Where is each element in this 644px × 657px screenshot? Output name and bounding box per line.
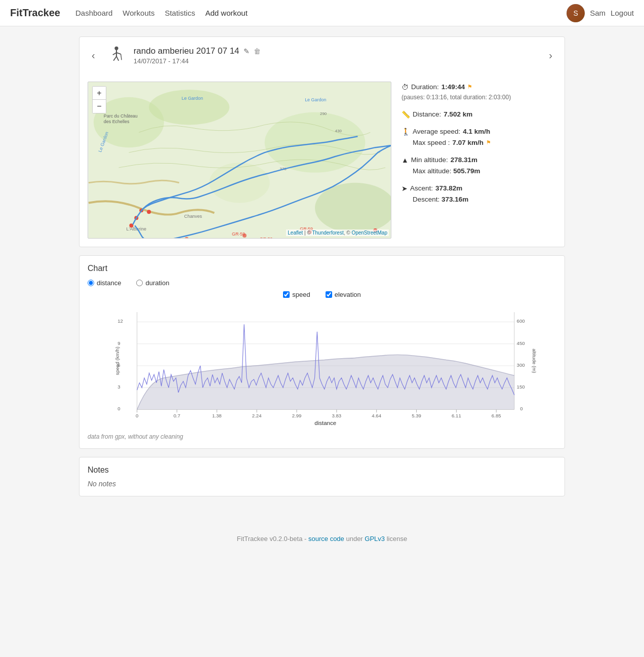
prev-workout-arrow[interactable]: ‹ <box>88 50 99 61</box>
chart-note: data from gpx, without any cleaning <box>88 433 556 440</box>
svg-line-6 <box>120 54 121 60</box>
radio-distance[interactable] <box>88 280 94 286</box>
delete-icon[interactable]: 🗑 <box>254 47 261 55</box>
thunderforest-link[interactable]: Thunderforest <box>312 230 343 236</box>
max-speed-warning-icon: ⚑ <box>486 138 491 147</box>
footer: FitTrackee v0.2.0-beta - source code und… <box>0 525 644 553</box>
nav-statistics[interactable]: Statistics <box>165 7 195 19</box>
max-alt-value: 505.79m <box>453 167 480 175</box>
leaflet-link[interactable]: Leaflet <box>288 230 303 236</box>
radio-duration[interactable] <box>136 280 143 286</box>
x-label-0: 0 <box>136 413 138 418</box>
x-label-224: 2.24 <box>252 413 262 418</box>
chart-area: 0 3 6 9 12 speed (km/h) 0 150 300 450 60… <box>88 302 556 429</box>
y-axis-right-150: 150 <box>517 384 525 390</box>
workout-title: rando amberieu 2017 07 14 ✎ 🗑 <box>134 46 545 56</box>
chart-options: distance duration <box>88 279 556 287</box>
max-speed-label: Max speed : <box>413 137 450 148</box>
max-speed-value: 7.07 km/h <box>453 137 484 148</box>
x-label-539: 5.39 <box>412 413 421 418</box>
stat-group-speed: 🚶 Average speed: 4.1 km/h Max speed : 7.… <box>401 126 556 148</box>
zoom-in-button[interactable]: + <box>93 87 106 100</box>
checkbox-speed[interactable] <box>283 291 290 298</box>
x-label-383: 3.83 <box>332 413 341 418</box>
zoom-controls: + − <box>92 86 106 113</box>
workout-stats: ⏱ Duration: 1:49:44 ⚑ (pauses: 0:13:16, … <box>401 82 556 239</box>
distance-icon: 📏 <box>401 109 410 120</box>
footer-source-link[interactable]: source code <box>308 535 344 543</box>
stat-group-altitude: ▲ Min altitude: 278.31m Max altitude: 50… <box>401 154 556 177</box>
svg-line-5 <box>116 56 118 61</box>
radio-duration-label[interactable]: duration <box>136 279 169 287</box>
next-workout-arrow[interactable]: › <box>545 50 556 61</box>
nav-dashboard[interactable]: Dashboard <box>75 7 112 19</box>
radio-distance-label[interactable]: distance <box>88 279 121 287</box>
svg-point-32 <box>243 234 247 238</box>
svg-text:Le Gardon: Le Gardon <box>305 97 326 102</box>
svg-point-30 <box>147 210 151 214</box>
svg-text:GR·59: GR·59 <box>260 237 273 238</box>
nav-links: Dashboard Workouts Statistics Add workou… <box>75 7 567 19</box>
workout-title-section: rando amberieu 2017 07 14 ✎ 🗑 14/07/2017… <box>134 46 545 65</box>
map-attribution: Leaflet | © Thunderforest, © OpenStreetM… <box>286 229 389 236</box>
x-label-299: 2.99 <box>292 413 302 418</box>
svg-text:Parc du Château: Parc du Château <box>104 113 138 119</box>
notes-card: Notes No notes <box>79 457 565 496</box>
x-label-464: 4.64 <box>372 413 381 418</box>
y-axis-right-600: 600 <box>517 318 525 324</box>
svg-line-3 <box>116 53 121 54</box>
footer-brand: FitTrackee <box>237 535 268 543</box>
y-axis-right-0: 0 <box>520 406 522 411</box>
x-label-07: 0.7 <box>174 413 180 418</box>
workout-body: Parc du Château des Echelles Le Gardon L… <box>79 73 565 247</box>
avg-speed-value: 4.1 km/h <box>463 126 490 137</box>
zoom-out-button[interactable]: − <box>93 100 106 113</box>
y-axis-left-label: speed (km/h) <box>114 346 120 375</box>
nav-workouts[interactable]: Workouts <box>123 7 154 19</box>
y-axis-right-label: altitude (m) <box>532 349 537 373</box>
y-axis-left-12: 12 <box>117 318 123 324</box>
duration-value: 1:49:44 <box>441 82 465 93</box>
duration-note: (pauses: 0:13:16, total duration: 2:03:0… <box>401 93 556 102</box>
workout-sport-icon <box>105 44 128 66</box>
checkbox-elevation-label[interactable]: elevation <box>326 291 361 298</box>
checkbox-elevation[interactable] <box>326 291 332 298</box>
svg-text:430: 430 <box>335 129 342 133</box>
navbar-user-section: S Sam Logout <box>567 4 634 22</box>
checkbox-speed-label[interactable]: speed <box>283 291 310 298</box>
chart-series: speed elevation <box>88 291 556 298</box>
distance-value: 7.502 km <box>444 109 472 120</box>
footer-license-link[interactable]: GPLv3 <box>365 535 385 543</box>
ascent-icon: ➤ <box>401 183 408 194</box>
descent-value: 373.16m <box>441 196 468 203</box>
radio-duration-text: duration <box>145 279 169 287</box>
username: Sam <box>590 9 606 17</box>
chart-title: Chart <box>88 264 556 273</box>
logout-link[interactable]: Logout <box>611 9 634 17</box>
svg-point-0 <box>114 47 118 50</box>
x-axis-title: distance <box>314 420 336 426</box>
svg-text:Le Gardon: Le Gardon <box>182 96 203 101</box>
y-axis-right-300: 300 <box>517 362 525 368</box>
edit-icon[interactable]: ✎ <box>244 47 250 55</box>
x-label-611: 6.11 <box>452 413 461 418</box>
ascent-value: 373.82m <box>435 183 462 194</box>
min-alt-label: Min altitude: <box>411 154 448 166</box>
duration-warning-icon: ⚑ <box>467 83 472 92</box>
stat-group-duration: ⏱ Duration: 1:49:44 ⚑ (pauses: 0:13:16, … <box>401 82 556 103</box>
min-alt-value: 278.31m <box>451 154 477 166</box>
clock-icon: ⏱ <box>401 82 409 93</box>
openstreetmap-link[interactable]: OpenStreetMap <box>351 230 387 236</box>
avatar-image: S <box>567 4 585 22</box>
workout-header: ‹ rando amberieu 2017 07 14 ✎ 🗑 <box>79 37 565 73</box>
brand-link[interactable]: FitTrackee <box>10 7 60 19</box>
svg-point-10 <box>265 112 366 173</box>
nav-add-workout[interactable]: Add workout <box>205 7 247 19</box>
ascent-label: Ascent: <box>410 183 433 194</box>
svg-text:290: 290 <box>320 111 327 116</box>
radio-distance-text: distance <box>97 279 121 287</box>
duration-label: Duration: <box>411 82 439 93</box>
avatar: S <box>567 4 585 22</box>
checkbox-speed-text: speed <box>292 291 310 298</box>
chart-svg: 0 3 6 9 12 speed (km/h) 0 150 300 450 60… <box>88 302 556 429</box>
